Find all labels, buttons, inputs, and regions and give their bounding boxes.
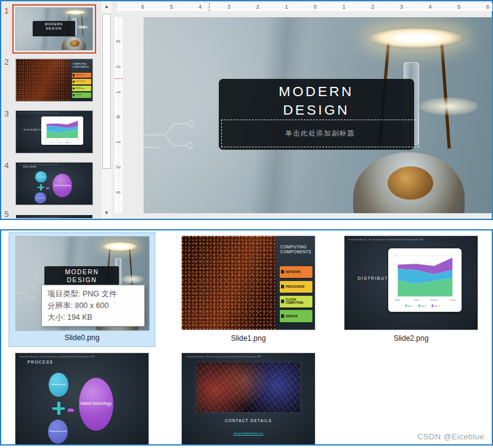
svg-text:8: 8 [396,263,396,266]
slide-title: PROCESS [23,166,36,168]
slide-thumbnail-2[interactable]: COMPUTING COMPONENTS NETWORKPROCESSORCLO… [16,59,92,101]
network-plexus-image [197,362,300,412]
email-link[interactable]: someone@example.com [182,432,315,435]
svg-text:4: 4 [396,279,396,282]
slide-number: 2 [4,57,9,67]
ruler-guide-mark [115,78,123,79]
process-step-label: Assess needs [37,176,44,177]
svg-text:Series 3: Series 3 [434,304,439,307]
ruler-number: 6 [141,4,145,10]
chart-card: 0246810MondayTuesdayWednesdayThursdaySer… [388,248,462,312]
file-properties-tooltip: 项目类型: PNG 文件 分辨率: 800 x 600 大小: 194 KB [41,285,145,327]
ruler-number: 4 [428,4,433,10]
vertical-ruler: 3210123 [115,17,123,213]
slide-thumbnail-1[interactable]: MODERN DESIGN 单击此处添加副标题 [16,8,92,50]
file-name: Slide2.png [338,334,484,343]
ruler-number: 2 [115,65,122,69]
slide-title-line2: DESIGN [44,276,119,284]
ruler-number: 3 [115,190,122,195]
file-item-slide0[interactable]: MODERN DESIGN 单击此处添加副标题 Slide0.png 项目类型:… [9,232,155,347]
ruler-number: 5 [457,4,461,10]
slide-number: 4 [4,161,9,170]
ruler-number: 2 [256,4,260,10]
slide-thumbnail-5[interactable]: Evaluation Warning : The document was cr… [16,215,92,218]
file-item-slide1[interactable]: COMPUTING COMPONENTS NETWORKPROCESSORCLO… [175,232,322,347]
cloud-icon [281,299,284,303]
svg-text:2: 2 [396,287,396,290]
component-button: CLOUD COMPUTING [72,86,91,91]
file-item-slide3[interactable]: Evaluation Warning : The document was cr… [9,349,155,444]
component-button-label: PROCESSOR [75,81,85,83]
bulb-amber-filament-holder [70,40,79,47]
file-name: Slide1.png [175,334,322,343]
slide-number: 1 [4,6,9,15]
component-button-label: CLOUD COMPUTING [286,298,311,304]
process-step-circle: Assess needs [35,171,47,182]
process-step-circle: Determine scale [35,192,46,203]
svg-text:6: 6 [46,127,46,128]
csdn-watermark: CSDN @Eiceblue [417,432,484,441]
ruler-number: 6 [486,4,490,10]
component-button: SERVER [72,92,91,98]
process-step-label: Determine scale [36,197,45,198]
file-item-slide4[interactable]: Evaluation Warning : The document was cr… [175,349,322,444]
svg-text:Tuesday: Tuesday [55,139,59,140]
arrow-right-icon [68,406,77,415]
svg-text:Monday: Monday [45,139,48,140]
subtitle-placeholder-text: 单击此处添加副标题 [285,129,355,138]
svg-text:8: 8 [46,123,46,124]
slide-thumbnail-4[interactable]: Evaluation Warning : The document was cr… [16,163,92,205]
trial-watermark-text: Evaluation Warning : The document was cr… [18,164,73,165]
scroll-down-icon[interactable]: ▼ [102,208,112,218]
processor-icon [73,81,75,83]
network-icon [73,74,75,76]
file-thumbnail: COMPUTING COMPONENTS NETWORKPROCESSORCLO… [182,236,315,330]
arrow-right-icon [46,186,52,190]
slide-canvas[interactable]: MODERN DESIGN 单击此处添加副标题 [144,17,492,213]
scrollbar-thumb[interactable] [102,14,111,169]
slide-1-preview: MODERN DESIGN 单击此处添加副标题 [16,8,92,50]
svg-text:6: 6 [396,271,396,274]
svg-text:Tuesday: Tuesday [414,298,419,301]
process-result-circle: Select technology [79,378,113,431]
panel-scrollbar[interactable]: ▲ ▼ [100,1,112,219]
slide-title-line2: DESIGN [33,26,75,31]
component-button-label: CLOUD COMPUTING [75,87,90,91]
svg-text:Monday: Monday [395,298,400,301]
subtitle-placeholder[interactable]: 单击此处添加副标题 [221,120,419,147]
component-button: SERVER [280,310,312,322]
svg-text:10: 10 [45,120,46,120]
file-explorer-window: MODERN DESIGN 单击此处添加副标题 Slide0.png 项目类型:… [0,229,493,446]
ruler-number: 2 [370,4,375,10]
slide-title-line1: MODERN [44,268,119,276]
file-item-slide2[interactable]: Evaluation Warning : The document was cr… [338,232,484,347]
processor-icon [281,285,284,288]
bulb-filament-glow [101,242,138,252]
circuit-traces-icon [16,27,33,39]
svg-text:2: 2 [46,134,46,134]
circuit-board-photo [16,59,70,101]
bulb-reflection-glow [76,25,89,29]
component-button-label: PROCESSOR [286,285,304,288]
slide-title-box[interactable]: MODERN DESIGN [33,21,75,36]
component-button: CLOUD COMPUTING [280,296,312,307]
component-button-label: SERVER [75,94,81,96]
slide-number: 5 [4,210,9,219]
ruler-number: 1 [115,90,122,94]
ruler-guide-mark [209,3,210,11]
scroll-up-icon[interactable]: ▲ [102,2,112,12]
ruler-number: 5 [169,4,174,10]
slide-title: MODERN DESIGN [219,83,414,119]
chart-card: 0246810MondayTuesdayWednesdayThursdaySer… [41,116,83,145]
slide-title: PROCESS [27,360,53,364]
slide-thumbnail-3[interactable]: Evaluation Warning : The document was cr… [16,111,92,153]
svg-text:Thursday: Thursday [449,298,455,301]
svg-text:0: 0 [396,295,396,298]
ruler-number: 2 [115,165,122,169]
plus-icon [52,402,64,415]
tooltip-resolution: 分辨率: 800 x 600 [47,300,139,312]
svg-text:Series 2: Series 2 [60,141,63,142]
trial-watermark-text: Evaluation Warning : The document was cr… [348,238,444,241]
server-icon [281,314,284,318]
file-thumbnail: Evaluation Warning : The document was cr… [344,236,478,330]
